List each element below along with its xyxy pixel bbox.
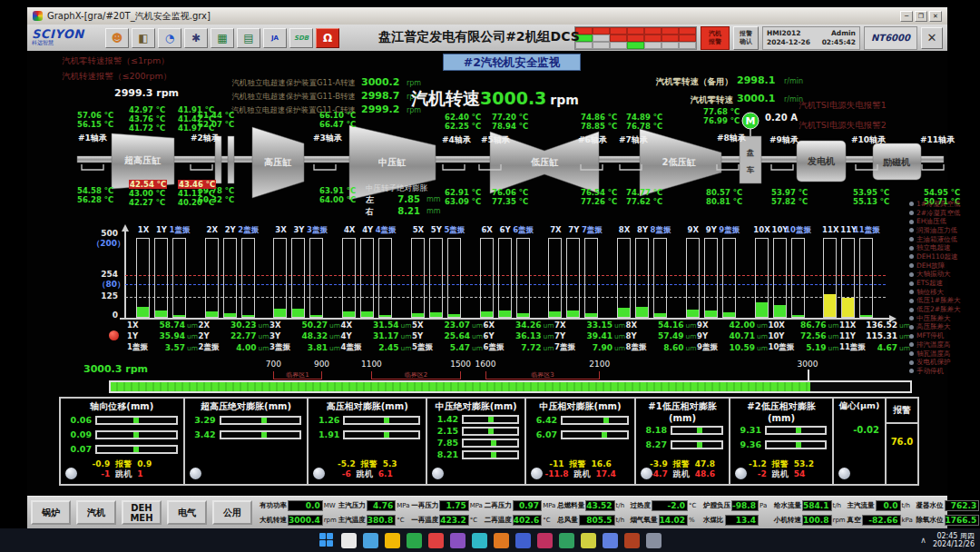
- monitor-icon[interactable]: ▦: [211, 28, 234, 48]
- taskbar-app-icon[interactable]: [450, 533, 466, 548]
- stat-label: 凝器水位: [916, 501, 944, 510]
- bearing-bracket: [314, 164, 336, 170]
- cards-icon[interactable]: ▤: [237, 28, 260, 48]
- taskbar-app-icon[interactable]: [407, 533, 422, 548]
- alarm-list-item: 低压1#胀差大: [909, 297, 980, 306]
- vib-value-number: 57.49: [649, 331, 683, 340]
- panel-gauges: 1.422.157.858.21: [431, 414, 521, 459]
- taskbar-app-icon[interactable]: [428, 533, 444, 548]
- taskbar-app-icon[interactable]: [624, 533, 640, 548]
- ip-exp-row-unit: mm: [426, 207, 441, 215]
- stat-总风量: 总风量805.5t/h: [557, 514, 630, 527]
- vib-value-unit: um: [472, 344, 483, 352]
- vib-value-label: 6Y: [484, 331, 507, 340]
- stat-column-7: 给水流量584.1t/h小机转速100.8rpm: [774, 498, 847, 527]
- taskbar-app-icon[interactable]: [603, 533, 618, 548]
- stat-value: 14.02: [660, 516, 685, 525]
- gauge-value: 9.31: [736, 425, 761, 435]
- gauge-bar: [343, 430, 420, 439]
- users-icon[interactable]: ☻: [105, 28, 129, 48]
- vibration-bar-fill-4盖振: [379, 315, 391, 317]
- taskbar-app-icon[interactable]: [581, 533, 596, 548]
- vib-value-row-9盖振: 9盖振10.59um: [697, 342, 768, 353]
- alarm-button-line: 报警: [709, 38, 721, 46]
- nav-button-汽机[interactable]: 汽机: [76, 500, 116, 525]
- taskbar-clock[interactable]: 02:45 周四 2024/12/26: [933, 532, 975, 549]
- vib-value-number: 136.52: [863, 320, 897, 330]
- restore-button[interactable]: ❐: [915, 11, 927, 22]
- start-quad: [327, 533, 333, 539]
- taskbar-app-icon[interactable]: [494, 533, 509, 548]
- vib-value-unit: um: [685, 344, 696, 352]
- vib-value-unit: um: [614, 344, 625, 352]
- vibration-bar-fill-8盖振: [654, 313, 666, 317]
- gauge-value: 3.42: [191, 429, 216, 439]
- vib-value-number: 5.47: [436, 343, 470, 352]
- bearing-bracket: [771, 164, 793, 170]
- temp-value: 53.95 °C: [853, 188, 889, 197]
- taskbar-app-icon[interactable]: [472, 533, 487, 548]
- vib-value-unit: um: [614, 321, 625, 330]
- nav-button-公用[interactable]: 公用: [212, 500, 252, 525]
- vib-value-number: 4.00: [221, 343, 256, 352]
- temp-value: 63.09 °C: [445, 197, 481, 206]
- nav-button-DEHMEH[interactable]: DEHMEH: [122, 500, 162, 525]
- vib-value-row-4X: 4X31.54um: [341, 320, 412, 330]
- taskbar-app-icon[interactable]: [537, 533, 553, 548]
- ja-logo-icon[interactable]: JA: [263, 28, 287, 48]
- nav-button-电气[interactable]: 电气: [167, 500, 207, 525]
- stat-value-box: 402.6: [513, 515, 542, 526]
- gauge-value: 8.27: [642, 439, 667, 449]
- panel-limit-line-empty: [431, 470, 521, 482]
- ack-button-line: 确认: [740, 38, 752, 46]
- folder-icon[interactable]: [385, 533, 400, 548]
- sdb-logo-icon[interactable]: SDB: [289, 28, 313, 48]
- panel-status-lamp: [735, 468, 747, 479]
- gauge-value: 6.07: [532, 429, 557, 439]
- vib-value-label: 7盖振: [554, 342, 578, 353]
- exit-button[interactable]: ✕: [921, 27, 943, 49]
- backup-zero-speed-unit: r/min: [784, 77, 803, 85]
- temp-value: 41.72 °C: [129, 123, 165, 133]
- turbine-alarm-button[interactable]: 汽机报警: [701, 26, 730, 50]
- minimize-button[interactable]: ─: [900, 11, 913, 22]
- close-button[interactable]: ✕: [929, 11, 942, 22]
- vib-value-number: 8.60: [649, 343, 683, 352]
- search-icon[interactable]: [341, 533, 357, 548]
- taskbar-app-icon[interactable]: [515, 533, 531, 548]
- y-axis-label-（80）: （80）: [82, 279, 125, 291]
- eccentricity-title: 偏心(μm): [836, 400, 883, 412]
- ip-expansion-title: 中压转子绝对膨胀: [366, 183, 427, 194]
- stat-value: 762.3: [951, 501, 976, 510]
- vibration-bar-fill-8X: [618, 308, 630, 317]
- gauge-value: 1.91: [314, 429, 339, 439]
- bar-label-3盖振: 3盖振: [299, 225, 335, 236]
- taskbar-app-icon[interactable]: [559, 533, 574, 548]
- temp-value: 62.25 °C: [445, 122, 481, 131]
- tray-chevron-icon[interactable]: ∧: [920, 536, 926, 545]
- vib-value-label: 7Y: [554, 331, 578, 340]
- exciter-label: 励磁机: [882, 157, 911, 167]
- temp-value: 56.15 °C: [77, 120, 113, 129]
- ack-button-line: 报警: [740, 30, 752, 38]
- start-button[interactable]: [319, 533, 335, 548]
- gear-icon[interactable]: ✱: [184, 28, 208, 48]
- stat-value-box: -98.8: [731, 500, 759, 511]
- alarm-bell-icon[interactable]: Ω: [316, 28, 339, 48]
- system-date: 2024-12-26: [767, 38, 810, 47]
- stat-unit: rpm: [833, 517, 848, 524]
- rpm-scale-value: 3000.3 rpm: [83, 363, 148, 375]
- clock-icon[interactable]: ◔: [158, 28, 181, 48]
- alarm-ack-button[interactable]: 报警确认: [733, 26, 759, 50]
- task-view-icon[interactable]: [363, 533, 378, 548]
- gauge-bar: [765, 440, 827, 449]
- vib-value-unit: um: [757, 344, 768, 352]
- tools-icon[interactable]: ◧: [132, 28, 155, 48]
- motor-letter: M: [746, 115, 756, 127]
- ip-exp-row-unit: mm: [426, 195, 441, 203]
- nav-button-line: 电气: [178, 508, 196, 518]
- vib-value-label: 10盖振: [769, 342, 792, 353]
- nav-button-锅炉[interactable]: 锅炉: [31, 500, 71, 525]
- taskbar-app-icon[interactable]: [646, 533, 662, 548]
- gauge-bar: [462, 439, 519, 448]
